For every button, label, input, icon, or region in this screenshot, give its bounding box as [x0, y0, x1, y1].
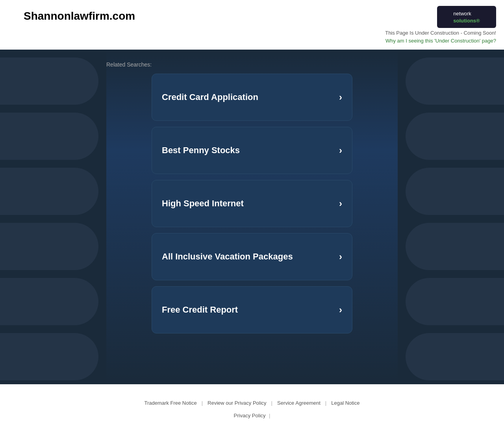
- search-item[interactable]: Free Credit Report›: [152, 286, 352, 333]
- under-construction-text: This Page Is Under Construction - Coming…: [385, 30, 496, 36]
- search-item-label: Free Credit Report: [162, 305, 238, 315]
- left-side-pills: [0, 50, 98, 384]
- search-item[interactable]: High Speed Internet›: [152, 180, 352, 227]
- under-construction-link[interactable]: Why am I seeing this 'Under Construction…: [385, 38, 496, 44]
- search-item-label: Best Penny Stocks: [162, 145, 240, 156]
- search-item[interactable]: All Inclusive Vacation Packages›: [152, 233, 352, 280]
- right-side-pills: [406, 50, 504, 384]
- footer-privacy-row: Privacy Policy |: [8, 412, 496, 419]
- footer-link[interactable]: Review our Privacy Policy: [203, 400, 271, 406]
- logo-network-text: network: [453, 11, 471, 17]
- search-item-label: Credit Card Application: [162, 92, 258, 102]
- logo-dot: ®: [476, 18, 480, 24]
- right-pill-3: [406, 168, 504, 215]
- chevron-right-icon: ›: [339, 304, 342, 315]
- header-right: network solutions® This Page Is Under Co…: [385, 6, 496, 44]
- right-pill-6: [406, 333, 504, 380]
- search-item-label: All Inclusive Vacation Packages: [162, 252, 293, 262]
- chevron-right-icon: ›: [339, 198, 342, 209]
- footer-privacy-link[interactable]: Privacy Policy: [234, 413, 266, 418]
- chevron-right-icon: ›: [339, 145, 342, 156]
- footer-links: Trademark Free Notice|Review our Privacy…: [8, 400, 496, 406]
- search-item[interactable]: Credit Card Application›: [152, 74, 352, 121]
- footer: Trademark Free Notice|Review our Privacy…: [0, 384, 504, 427]
- right-pill-4: [406, 223, 504, 270]
- left-pill-4: [0, 223, 98, 270]
- logo-line1: network: [453, 10, 480, 17]
- left-pill-1: [0, 57, 98, 105]
- logo-text: network solutions®: [453, 10, 480, 24]
- network-solutions-logo: network solutions®: [437, 6, 496, 28]
- header: Shannonlawfirm.com network solutions® Th…: [0, 0, 504, 50]
- left-pill-3: [0, 168, 98, 215]
- logo-solutions-text: solutions: [453, 18, 476, 24]
- logo-line2: solutions®: [453, 17, 480, 24]
- left-pill-5: [0, 278, 98, 325]
- footer-link[interactable]: Trademark Free Notice: [139, 400, 201, 406]
- right-pill-2: [406, 113, 504, 160]
- right-pill-1: [406, 57, 504, 105]
- related-searches-label: Related Searches:: [106, 61, 152, 68]
- left-pill-6: [0, 333, 98, 380]
- right-pill-5: [406, 278, 504, 325]
- main-content: Related Searches: Credit Card Applicatio…: [0, 50, 504, 384]
- chevron-right-icon: ›: [339, 251, 342, 262]
- footer-privacy-separator: |: [269, 413, 270, 418]
- search-item-label: High Speed Internet: [162, 198, 244, 209]
- chevron-right-icon: ›: [339, 92, 342, 103]
- site-title[interactable]: Shannonlawfirm.com: [24, 10, 135, 22]
- left-pill-2: [0, 113, 98, 160]
- footer-link[interactable]: Service Agreement: [272, 400, 325, 406]
- footer-link[interactable]: Legal Notice: [326, 400, 364, 406]
- search-items-container: Credit Card Application›Best Penny Stock…: [152, 74, 352, 333]
- search-item[interactable]: Best Penny Stocks›: [152, 127, 352, 174]
